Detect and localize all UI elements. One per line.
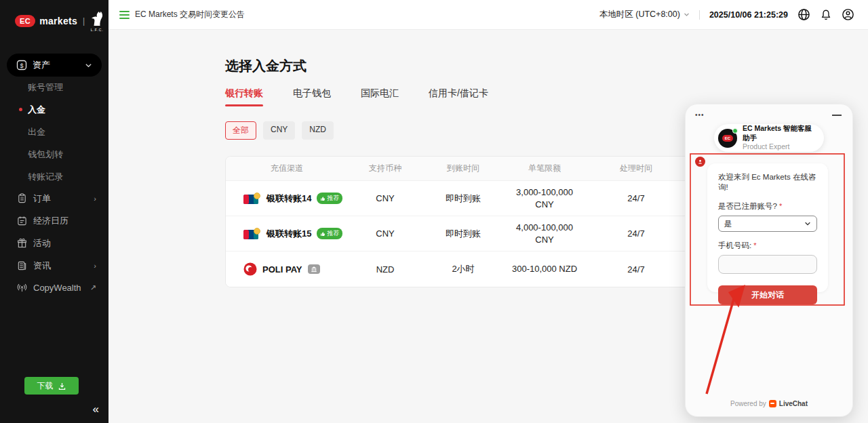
recommended-badge: 推荐 <box>317 228 342 239</box>
sidebar-item-orders[interactable]: 订单 › <box>0 187 108 209</box>
recommended-badge: 推荐 <box>317 193 342 204</box>
sidebar-item-economic-calendar[interactable]: 经济日历 <box>0 209 108 232</box>
phone-input[interactable] <box>718 255 817 274</box>
start-chat-button[interactable]: 开始对话 <box>718 285 817 304</box>
livechat-widget: ••• EC EC Markets 智能客服助手 Product Expert … <box>685 104 853 417</box>
user-icon <box>842 8 854 21</box>
filter-nzd[interactable]: NZD <box>302 121 334 140</box>
sidebar-item-account-management[interactable]: 账号管理 <box>0 76 108 98</box>
pre-chat-form: 欢迎来到 Ec Markets 在线咨询! 是否已注册账号?* 是 手机号码:*… <box>707 163 828 292</box>
datetime-display: 2025/10/06 21:25:29 <box>709 10 788 20</box>
announcement-list-icon <box>119 9 130 21</box>
phone-label: 手机号码:* <box>718 241 817 251</box>
person-icon <box>697 159 703 165</box>
chevron-right-icon: › <box>94 195 96 203</box>
top-header: EC Markets 交易时间变更公告 本地时区 (UTC+8:00) 2025… <box>108 0 868 30</box>
svg-text:$: $ <box>20 62 23 69</box>
sidebar-item-news[interactable]: 资讯 › <box>0 254 108 277</box>
bell-icon <box>820 9 832 21</box>
thumbs-up-icon <box>320 196 326 201</box>
unionpay-icon <box>243 228 261 240</box>
agent-name: EC Markets 智能客服助手 <box>743 124 817 142</box>
sidebar-item-label: 资产 <box>33 59 85 71</box>
required-asterisk: * <box>779 202 782 210</box>
assets-submenu: 账号管理 入金 出金 钱包划转 转账记录 <box>0 76 108 188</box>
lfc-logo: L.F.C. <box>90 11 104 32</box>
timezone-selector[interactable]: 本地时区 (UTC+8:00) <box>599 9 690 20</box>
announcement-text: EC Markets 交易时间变更公告 <box>135 9 245 20</box>
active-dot <box>19 108 22 111</box>
sidebar-collapse-button[interactable]: « <box>93 403 99 416</box>
chevron-down-icon <box>804 220 811 227</box>
sidebar-item-copywealth[interactable]: CopyWealth ↗ <box>0 277 108 299</box>
powered-by: Powered by LiveChat <box>686 400 852 407</box>
download-icon <box>58 382 66 390</box>
globe-icon <box>797 8 810 21</box>
tab-credit-debit-card[interactable]: 信用卡/借记卡 <box>429 87 488 106</box>
registered-select[interactable]: 是 <box>718 216 817 232</box>
registered-question-label: 是否已注册账号?* <box>718 201 817 212</box>
agent-card: EC EC Markets 智能客服助手 Product Expert <box>714 124 824 152</box>
logo-divider: | <box>83 16 85 26</box>
sidebar-item-deposit[interactable]: 入金 <box>0 98 108 121</box>
poli-pay-icon <box>243 262 257 276</box>
account-button[interactable] <box>842 8 854 21</box>
chevron-down-icon <box>684 12 690 18</box>
liver-bird-icon <box>90 11 104 27</box>
ec-logo: EC <box>15 15 35 27</box>
bank-badge <box>308 264 320 274</box>
sidebar-menu: 订单 › 经济日历 活动 资讯 › CopyWealth ↗ <box>0 187 108 299</box>
download-button[interactable]: 下载 <box>24 377 79 395</box>
welcome-message: 欢迎来到 Ec Markets 在线咨询! <box>718 172 817 193</box>
tab-e-wallet[interactable]: 电子钱包 <box>293 87 331 106</box>
divider <box>699 10 700 20</box>
chat-menu-button[interactable]: ••• <box>695 111 705 119</box>
clipboard-icon <box>17 193 27 203</box>
gift-icon <box>17 238 27 248</box>
sidebar: EC markets | L.F.C. $ 资产 账号管理 入金 出金 钱包划转… <box>0 0 108 423</box>
unionpay-icon <box>243 193 261 205</box>
livechat-icon <box>769 400 776 407</box>
chat-minimize-button[interactable] <box>832 115 842 116</box>
sidebar-item-assets[interactable]: $ 资产 <box>7 54 102 77</box>
markets-wordmark: markets <box>39 16 77 26</box>
notifications-button[interactable] <box>820 9 832 21</box>
online-status-dot <box>732 128 738 134</box>
calendar-icon <box>17 216 27 226</box>
chevron-down-icon <box>85 62 92 69</box>
chevron-right-icon: › <box>94 262 96 270</box>
agent-avatar: EC <box>718 129 737 148</box>
filter-cny[interactable]: CNY <box>263 121 295 140</box>
sidebar-item-wallet-transfer[interactable]: 钱包划转 <box>0 143 108 165</box>
bank-icon <box>311 266 317 273</box>
brand-logo: EC markets | L.F.C. <box>0 0 108 32</box>
required-asterisk: * <box>753 241 756 249</box>
message-avatar <box>695 157 705 167</box>
language-button[interactable] <box>797 8 810 21</box>
filter-all[interactable]: 全部 <box>225 121 256 140</box>
page-title: 选择入金方式 <box>225 57 822 75</box>
tab-international-wire[interactable]: 国际电汇 <box>361 87 399 106</box>
agent-role: Product Expert <box>743 142 817 152</box>
sidebar-item-transfer-records[interactable]: 转账记录 <box>0 165 108 188</box>
news-icon <box>17 260 27 270</box>
dollar-square-icon: $ <box>16 60 27 70</box>
tab-bank-transfer[interactable]: 银行转账 <box>225 87 263 106</box>
thumbs-up-icon <box>320 231 326 237</box>
broadcast-icon <box>17 283 27 293</box>
external-link-icon: ↗ <box>90 283 96 292</box>
announcement-banner[interactable]: EC Markets 交易时间变更公告 <box>119 9 245 21</box>
sidebar-item-activities[interactable]: 活动 <box>0 232 108 254</box>
sidebar-item-withdraw[interactable]: 出金 <box>0 121 108 143</box>
